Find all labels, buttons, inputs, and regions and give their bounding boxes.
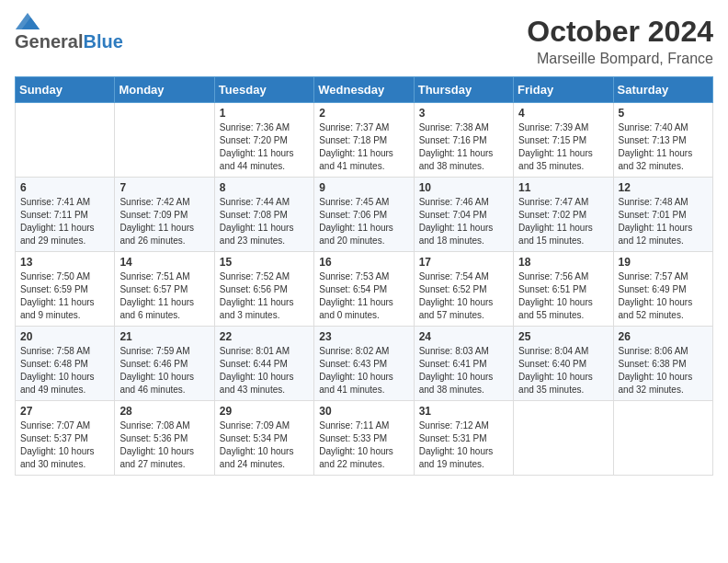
calendar-day: 19Sunrise: 7:57 AMSunset: 6:49 PMDayligh…: [613, 252, 712, 327]
calendar-day: 24Sunrise: 8:03 AMSunset: 6:41 PMDayligh…: [414, 327, 513, 401]
location-title: Marseille Bompard, France: [527, 51, 713, 67]
day-number: 26: [619, 330, 708, 343]
weekday-header-monday: Monday: [115, 77, 214, 103]
day-info: Sunrise: 7:11 AMSunset: 5:33 PMDaylight:…: [319, 419, 408, 471]
calendar-day: 20Sunrise: 7:58 AMSunset: 6:48 PMDayligh…: [16, 327, 115, 401]
day-info: Sunrise: 7:42 AMSunset: 7:09 PMDaylight:…: [119, 196, 209, 247]
day-info: Sunrise: 7:56 AMSunset: 6:51 PMDaylight:…: [518, 270, 608, 322]
logo-icon: [15, 13, 40, 29]
weekday-header-sunday: Sunday: [16, 77, 115, 103]
day-number: 7: [119, 181, 209, 194]
calendar-day: 6Sunrise: 7:41 AMSunset: 7:11 PMDaylight…: [16, 178, 115, 252]
day-number: 28: [119, 405, 209, 418]
day-info: Sunrise: 7:36 AMSunset: 7:20 PMDaylight:…: [220, 121, 309, 173]
calendar-week-3: 13Sunrise: 7:50 AMSunset: 6:59 PMDayligh…: [16, 252, 713, 327]
calendar-day: 8Sunrise: 7:44 AMSunset: 7:08 PMDaylight…: [214, 178, 313, 252]
day-number: 31: [419, 405, 508, 418]
day-info: Sunrise: 7:53 AMSunset: 6:54 PMDaylight:…: [319, 270, 408, 322]
day-info: Sunrise: 7:58 AMSunset: 6:48 PMDaylight:…: [20, 345, 109, 396]
calendar-table: SundayMondayTuesdayWednesdayThursdayFrid…: [15, 76, 713, 476]
day-number: 29: [220, 405, 309, 418]
weekday-header-friday: Friday: [514, 77, 613, 103]
day-number: 18: [518, 256, 608, 269]
day-info: Sunrise: 7:51 AMSunset: 6:57 PMDaylight:…: [119, 270, 209, 322]
day-number: 24: [419, 330, 508, 343]
day-number: 6: [20, 181, 109, 194]
day-info: Sunrise: 7:44 AMSunset: 7:08 PMDaylight:…: [220, 196, 309, 247]
day-number: 5: [619, 107, 708, 120]
day-number: 22: [220, 330, 309, 343]
day-number: 12: [619, 181, 708, 194]
calendar-day: 13Sunrise: 7:50 AMSunset: 6:59 PMDayligh…: [16, 252, 115, 327]
day-info: Sunrise: 7:38 AMSunset: 7:16 PMDaylight:…: [419, 121, 508, 173]
day-number: 27: [20, 405, 109, 418]
day-number: 21: [119, 330, 209, 343]
calendar-day: 3Sunrise: 7:38 AMSunset: 7:16 PMDaylight…: [414, 103, 513, 178]
calendar-day: 15Sunrise: 7:52 AMSunset: 6:56 PMDayligh…: [214, 252, 313, 327]
day-info: Sunrise: 8:06 AMSunset: 6:38 PMDaylight:…: [619, 345, 708, 396]
day-number: 4: [518, 107, 608, 120]
calendar-day: 2Sunrise: 7:37 AMSunset: 7:18 PMDaylight…: [314, 103, 414, 178]
day-number: 14: [119, 256, 209, 269]
day-number: 13: [20, 256, 109, 269]
day-number: 16: [319, 256, 408, 269]
calendar-day: [115, 103, 214, 178]
day-number: 30: [319, 405, 408, 418]
day-number: 20: [20, 330, 109, 343]
day-info: Sunrise: 7:47 AMSunset: 7:02 PMDaylight:…: [518, 196, 608, 247]
calendar-day: 23Sunrise: 8:02 AMSunset: 6:43 PMDayligh…: [314, 327, 414, 401]
calendar-day: 31Sunrise: 7:12 AMSunset: 5:31 PMDayligh…: [414, 401, 513, 476]
logo: General Blue: [15, 15, 123, 52]
month-title: October 2024: [527, 15, 713, 49]
day-number: 8: [220, 181, 309, 194]
calendar-day: 10Sunrise: 7:46 AMSunset: 7:04 PMDayligh…: [414, 178, 513, 252]
calendar-body: 1Sunrise: 7:36 AMSunset: 7:20 PMDaylight…: [16, 103, 713, 476]
day-info: Sunrise: 7:12 AMSunset: 5:31 PMDaylight:…: [419, 419, 508, 471]
calendar-day: 22Sunrise: 8:01 AMSunset: 6:44 PMDayligh…: [214, 327, 313, 401]
weekday-header-saturday: Saturday: [613, 77, 712, 103]
calendar-day: 11Sunrise: 7:47 AMSunset: 7:02 PMDayligh…: [514, 178, 613, 252]
day-number: 25: [518, 330, 608, 343]
logo-general: General: [15, 31, 83, 52]
calendar-day: 28Sunrise: 7:08 AMSunset: 5:36 PMDayligh…: [115, 401, 214, 476]
day-info: Sunrise: 7:57 AMSunset: 6:49 PMDaylight:…: [619, 270, 708, 322]
calendar-day: 14Sunrise: 7:51 AMSunset: 6:57 PMDayligh…: [115, 252, 214, 327]
day-info: Sunrise: 7:48 AMSunset: 7:01 PMDaylight:…: [619, 196, 708, 247]
weekday-header-tuesday: Tuesday: [214, 77, 313, 103]
calendar-week-2: 6Sunrise: 7:41 AMSunset: 7:11 PMDaylight…: [16, 178, 713, 252]
weekday-header-row: SundayMondayTuesdayWednesdayThursdayFrid…: [16, 77, 713, 103]
day-info: Sunrise: 8:02 AMSunset: 6:43 PMDaylight:…: [319, 345, 408, 396]
day-info: Sunrise: 7:46 AMSunset: 7:04 PMDaylight:…: [419, 196, 508, 247]
weekday-header-thursday: Thursday: [414, 77, 513, 103]
day-info: Sunrise: 8:03 AMSunset: 6:41 PMDaylight:…: [419, 345, 508, 396]
day-info: Sunrise: 7:50 AMSunset: 6:59 PMDaylight:…: [20, 270, 109, 322]
calendar-day: [16, 103, 115, 178]
weekday-header-wednesday: Wednesday: [314, 77, 414, 103]
day-info: Sunrise: 7:07 AMSunset: 5:37 PMDaylight:…: [20, 419, 109, 471]
day-number: 1: [220, 107, 309, 120]
calendar-day: 17Sunrise: 7:54 AMSunset: 6:52 PMDayligh…: [414, 252, 513, 327]
day-number: 3: [419, 107, 508, 120]
calendar-day: 4Sunrise: 7:39 AMSunset: 7:15 PMDaylight…: [514, 103, 613, 178]
calendar-day: 16Sunrise: 7:53 AMSunset: 6:54 PMDayligh…: [314, 252, 414, 327]
calendar-week-5: 27Sunrise: 7:07 AMSunset: 5:37 PMDayligh…: [16, 401, 713, 476]
calendar-day: 18Sunrise: 7:56 AMSunset: 6:51 PMDayligh…: [514, 252, 613, 327]
day-number: 23: [319, 330, 408, 343]
day-number: 15: [220, 256, 309, 269]
day-info: Sunrise: 8:01 AMSunset: 6:44 PMDaylight:…: [220, 345, 309, 396]
day-info: Sunrise: 7:41 AMSunset: 7:11 PMDaylight:…: [20, 196, 109, 247]
logo-blue: Blue: [83, 31, 122, 52]
day-info: Sunrise: 7:52 AMSunset: 6:56 PMDaylight:…: [220, 270, 309, 322]
calendar-day: 1Sunrise: 7:36 AMSunset: 7:20 PMDaylight…: [214, 103, 313, 178]
page-header: General Blue October 2024 Marseille Bomp…: [15, 15, 713, 67]
day-info: Sunrise: 7:39 AMSunset: 7:15 PMDaylight:…: [518, 121, 608, 173]
day-info: Sunrise: 7:08 AMSunset: 5:36 PMDaylight:…: [119, 419, 209, 471]
calendar-week-1: 1Sunrise: 7:36 AMSunset: 7:20 PMDaylight…: [16, 103, 713, 178]
title-block: October 2024 Marseille Bompard, France: [527, 15, 713, 67]
day-number: 2: [319, 107, 408, 120]
day-number: 11: [518, 181, 608, 194]
day-info: Sunrise: 7:59 AMSunset: 6:46 PMDaylight:…: [119, 345, 209, 396]
day-number: 17: [419, 256, 508, 269]
day-info: Sunrise: 7:40 AMSunset: 7:13 PMDaylight:…: [619, 121, 708, 173]
calendar-day: [613, 401, 712, 476]
